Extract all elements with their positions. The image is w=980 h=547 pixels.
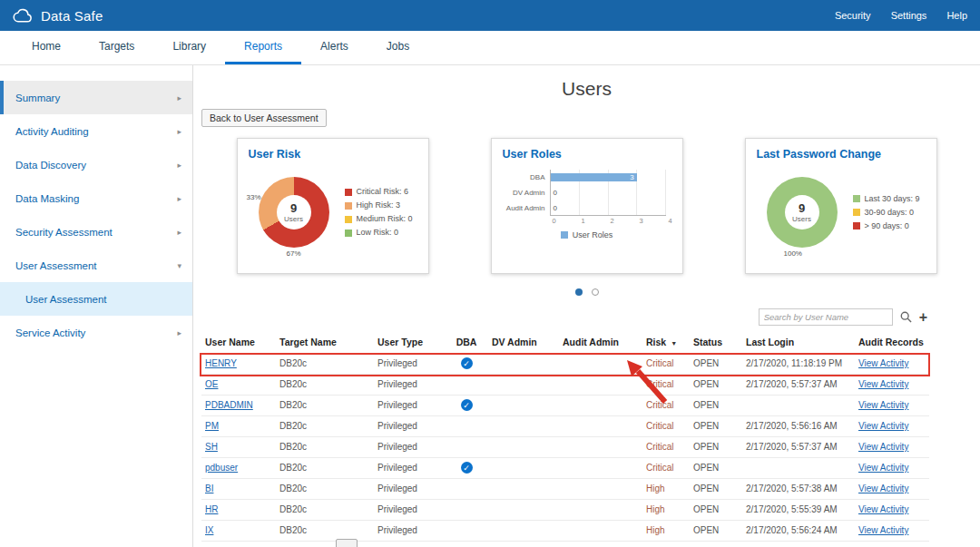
sidebar-item-label: Activity Auditing: [15, 126, 89, 137]
tab-home[interactable]: Home: [13, 31, 80, 64]
chevron-right-icon: ▸: [177, 93, 181, 103]
view-activity-link[interactable]: View Activity: [858, 421, 908, 431]
sidebar-item-activity-auditing[interactable]: Activity Auditing ▸: [0, 114, 192, 148]
view-activity-link[interactable]: View Activity: [858, 442, 908, 452]
sidebar-item-summary[interactable]: Summary ▸: [0, 81, 192, 114]
user-name-link[interactable]: BI: [205, 484, 213, 493]
high-risk-swatch: [345, 202, 352, 210]
view-activity-link[interactable]: View Activity: [858, 484, 908, 493]
table-row: OE DB20c Privileged ✓ Critical OPEN 2/17…: [201, 374, 929, 395]
status-cell: OPEN: [690, 436, 742, 457]
audit-admin-cell: [559, 499, 642, 520]
view-activity-link[interactable]: View Activity: [858, 400, 908, 410]
status-cell: OPEN: [690, 353, 742, 374]
risk-cell: Critical: [642, 353, 690, 374]
dv-admin-cell: [488, 457, 559, 478]
col-user-type: User Type: [374, 331, 445, 353]
last-login-cell: 2/17/2020, 5:57:37 AM: [742, 436, 855, 457]
users-table: User Name Target Name User Type DBA DV A…: [201, 331, 929, 542]
pagination-partial[interactable]: [336, 539, 358, 547]
password-pct-label: 100%: [784, 249, 802, 258]
user-name-link[interactable]: HENRY: [205, 358, 237, 368]
table-toolbar: +: [201, 308, 927, 326]
table-row: HR DB20c Privileged ✓ High OPEN 2/17/202…: [201, 499, 929, 520]
sidebar-item-service-activity[interactable]: Service Activity ▸: [0, 316, 192, 349]
user-name-link[interactable]: SH: [205, 442, 218, 452]
user-type-cell: Privileged: [374, 478, 445, 499]
chevron-down-icon: ▾: [177, 261, 181, 270]
view-activity-link[interactable]: View Activity: [858, 525, 908, 535]
risk-cell: Critical: [642, 395, 690, 415]
dv-admin-cell: [488, 436, 559, 457]
view-activity-link[interactable]: View Activity: [858, 504, 908, 514]
user-type-cell: Privileged: [374, 436, 445, 457]
user-type-cell: Privileged: [374, 520, 445, 541]
user-name-link[interactable]: pdbuser: [205, 463, 238, 473]
user-type-cell: Privileged: [374, 415, 445, 436]
tab-alerts[interactable]: Alerts: [301, 31, 368, 64]
back-to-user-assessment-button[interactable]: Back to User Assessment: [201, 109, 327, 127]
target-name-cell: DB20c: [276, 415, 374, 436]
user-roles-card: User Roles DBA DV Admin Audit Admin: [491, 138, 683, 274]
legend-item: Last 30 days: 9: [853, 192, 926, 206]
add-icon[interactable]: +: [919, 310, 927, 325]
status-cell: OPEN: [690, 520, 742, 541]
audit-admin-cell: [559, 478, 642, 499]
user-name-link[interactable]: IX: [205, 525, 213, 535]
user-risk-donut-chart: 9 Users 33% 67%: [249, 166, 339, 259]
user-name-link[interactable]: PDBADMIN: [205, 400, 253, 410]
dv-admin-cell: [488, 499, 559, 520]
last-password-change-donut-chart: 9 Users 100%: [757, 166, 848, 259]
tab-jobs[interactable]: Jobs: [368, 31, 428, 64]
view-activity-link[interactable]: View Activity: [858, 463, 908, 473]
dv-admin-cell: [488, 415, 559, 436]
sidebar-item-data-discovery[interactable]: Data Discovery ▸: [0, 148, 192, 181]
data-safe-app: Data Safe Security Settings Help Home Ta…: [0, 0, 980, 547]
summary-cards: User Risk 9 Users 33% 67%: [193, 138, 980, 274]
tab-library[interactable]: Library: [153, 31, 225, 64]
last-login-cell: 2/17/2020, 5:57:38 AM: [742, 478, 855, 499]
risk-cell: High: [642, 520, 690, 541]
dba-check-icon: ✓: [461, 399, 473, 411]
search-icon[interactable]: [900, 311, 912, 323]
main-content: Users Back to User Assessment User Risk …: [193, 65, 980, 547]
bar-category-label: Audit Admin: [503, 200, 550, 216]
search-input[interactable]: [759, 308, 893, 326]
user-name-link[interactable]: OE: [205, 379, 218, 389]
sidebar-item-data-masking[interactable]: Data Masking ▸: [0, 181, 192, 215]
tab-targets[interactable]: Targets: [80, 31, 153, 64]
user-type-cell: Privileged: [374, 374, 445, 395]
sidebar-item-label: User Assessment: [15, 260, 96, 271]
view-activity-link[interactable]: View Activity: [858, 379, 908, 389]
last-login-cell: [742, 457, 855, 478]
sidebar-item-user-assessment[interactable]: User Assessment ▾: [0, 249, 192, 282]
user-name-link[interactable]: HR: [205, 504, 218, 514]
carousel-dot-inactive[interactable]: [592, 288, 599, 296]
table-row: HENRY DB20c Privileged ✓ Critical OPEN 2…: [201, 353, 929, 374]
dv-admin-cell: [488, 395, 559, 415]
sidebar-subitem-user-assessment[interactable]: User Assessment: [0, 282, 192, 316]
audit-admin-cell: [559, 436, 642, 457]
last-password-change-legend: Last 30 days: 9 30-90 days: 0 > 90 days:…: [853, 192, 926, 233]
chevron-right-icon: ▸: [177, 328, 181, 337]
risk-cell: Critical: [642, 457, 690, 478]
status-cell: OPEN: [690, 395, 742, 415]
tab-reports[interactable]: Reports: [225, 31, 301, 64]
user-name-link[interactable]: PM: [205, 421, 219, 431]
chevron-right-icon: ▸: [177, 161, 181, 170]
legend-item: High Risk: 3: [345, 199, 417, 212]
sidebar-item-security-assessment[interactable]: Security Assessment ▸: [0, 215, 192, 249]
header-link-help[interactable]: Help: [946, 10, 967, 21]
target-name-cell: DB20c: [276, 499, 374, 520]
header-link-settings[interactable]: Settings: [891, 10, 927, 21]
col-dv-admin: DV Admin: [488, 331, 559, 353]
risk-filter-icon[interactable]: ▼: [671, 340, 677, 347]
header-link-security[interactable]: Security: [835, 10, 871, 21]
sidebar-subitem-label: User Assessment: [25, 294, 106, 305]
view-activity-link[interactable]: View Activity: [858, 358, 908, 368]
table-row: BI DB20c Privileged ✓ High OPEN 2/17/202…: [201, 478, 929, 499]
bar-category-label: DBA: [503, 170, 550, 185]
status-cell: OPEN: [690, 415, 742, 436]
carousel-dot-active[interactable]: [575, 288, 583, 296]
legend-item: Low Risk: 0: [345, 226, 417, 239]
